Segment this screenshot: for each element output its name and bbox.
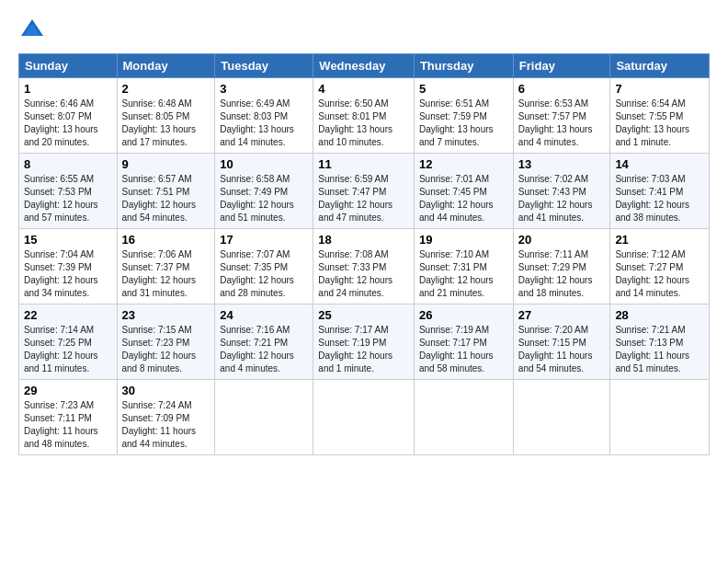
empty-cell [215, 380, 313, 455]
weekday-header-thursday: Thursday [414, 54, 513, 78]
day-cell-24: 24 Sunrise: 7:16 AMSunset: 7:21 PMDaylig… [215, 304, 313, 380]
day-info: Sunrise: 7:15 AMSunset: 7:23 PMDaylight:… [122, 325, 197, 373]
day-info: Sunrise: 7:06 AMSunset: 7:37 PMDaylight:… [122, 249, 197, 298]
page: SundayMondayTuesdayWednesdayThursdayFrid… [0, 0, 728, 465]
day-cell-5: 5 Sunrise: 6:51 AMSunset: 7:59 PMDayligh… [414, 78, 513, 154]
day-cell-25: 25 Sunrise: 7:17 AMSunset: 7:19 PMDaylig… [313, 304, 415, 380]
day-info: Sunrise: 6:53 AMSunset: 7:57 PMDaylight:… [518, 98, 593, 147]
day-cell-8: 8 Sunrise: 6:55 AMSunset: 7:53 PMDayligh… [19, 154, 118, 229]
day-info: Sunrise: 7:11 AMSunset: 7:29 PMDaylight:… [518, 249, 593, 298]
day-info: Sunrise: 6:54 AMSunset: 7:55 PMDaylight:… [615, 98, 689, 147]
day-info: Sunrise: 6:48 AMSunset: 8:05 PMDaylight:… [122, 98, 197, 147]
day-cell-29: 29 Sunrise: 7:23 AMSunset: 7:11 PMDaylig… [19, 380, 118, 455]
day-info: Sunrise: 6:49 AMSunset: 8:03 PMDaylight:… [220, 98, 294, 147]
day-number: 20 [518, 233, 606, 247]
day-number: 27 [518, 308, 606, 322]
day-cell-22: 22 Sunrise: 7:14 AMSunset: 7:25 PMDaylig… [19, 304, 118, 380]
day-info: Sunrise: 7:24 AMSunset: 7:09 PMDaylight:… [122, 400, 197, 449]
day-cell-18: 18 Sunrise: 7:08 AMSunset: 7:33 PMDaylig… [313, 229, 415, 304]
day-number: 16 [122, 233, 210, 247]
weekday-header-friday: Friday [513, 54, 610, 78]
day-info: Sunrise: 6:57 AMSunset: 7:51 PMDaylight:… [122, 174, 197, 223]
day-number: 23 [122, 308, 210, 322]
day-cell-26: 26 Sunrise: 7:19 AMSunset: 7:17 PMDaylig… [414, 304, 513, 380]
logo-icon [18, 17, 46, 44]
day-info: Sunrise: 7:02 AMSunset: 7:43 PMDaylight:… [518, 174, 593, 223]
day-info: Sunrise: 7:17 AMSunset: 7:19 PMDaylight:… [318, 325, 392, 373]
day-info: Sunrise: 7:19 AMSunset: 7:17 PMDaylight:… [419, 325, 494, 373]
week-row-2: 8 Sunrise: 6:55 AMSunset: 7:53 PMDayligh… [19, 154, 710, 229]
day-number: 7 [615, 82, 704, 96]
day-info: Sunrise: 7:01 AMSunset: 7:45 PMDaylight:… [419, 174, 494, 223]
day-info: Sunrise: 6:50 AMSunset: 8:01 PMDaylight:… [318, 98, 392, 147]
day-number: 22 [24, 308, 112, 322]
day-cell-12: 12 Sunrise: 7:01 AMSunset: 7:45 PMDaylig… [414, 154, 513, 229]
day-cell-27: 27 Sunrise: 7:20 AMSunset: 7:15 PMDaylig… [513, 304, 610, 380]
empty-cell [513, 380, 610, 455]
logo [18, 17, 51, 44]
day-number: 29 [24, 384, 112, 397]
day-number: 8 [24, 157, 112, 171]
day-number: 25 [318, 308, 409, 322]
day-number: 13 [518, 157, 606, 171]
weekday-header-saturday: Saturday [610, 54, 710, 78]
day-cell-16: 16 Sunrise: 7:06 AMSunset: 7:37 PMDaylig… [117, 229, 215, 304]
day-cell-21: 21 Sunrise: 7:12 AMSunset: 7:27 PMDaylig… [610, 229, 710, 304]
day-info: Sunrise: 7:16 AMSunset: 7:21 PMDaylight:… [220, 325, 294, 373]
day-info: Sunrise: 7:08 AMSunset: 7:33 PMDaylight:… [318, 249, 392, 298]
day-number: 5 [419, 82, 508, 96]
week-row-4: 22 Sunrise: 7:14 AMSunset: 7:25 PMDaylig… [19, 304, 710, 380]
day-cell-20: 20 Sunrise: 7:11 AMSunset: 7:29 PMDaylig… [513, 229, 610, 304]
day-number: 24 [220, 308, 308, 322]
day-cell-6: 6 Sunrise: 6:53 AMSunset: 7:57 PMDayligh… [513, 78, 610, 154]
day-info: Sunrise: 6:46 AMSunset: 8:07 PMDaylight:… [24, 98, 98, 147]
day-cell-2: 2 Sunrise: 6:48 AMSunset: 8:05 PMDayligh… [117, 78, 215, 154]
day-cell-30: 30 Sunrise: 7:24 AMSunset: 7:09 PMDaylig… [117, 380, 215, 455]
day-number: 11 [318, 157, 409, 171]
week-row-1: 1 Sunrise: 6:46 AMSunset: 8:07 PMDayligh… [19, 78, 710, 154]
week-row-3: 15 Sunrise: 7:04 AMSunset: 7:39 PMDaylig… [19, 229, 710, 304]
empty-cell [610, 380, 710, 455]
day-info: Sunrise: 7:07 AMSunset: 7:35 PMDaylight:… [220, 249, 294, 298]
day-number: 15 [24, 233, 112, 247]
day-cell-11: 11 Sunrise: 6:59 AMSunset: 7:47 PMDaylig… [313, 154, 415, 229]
calendar-table: SundayMondayTuesdayWednesdayThursdayFrid… [18, 53, 710, 455]
day-cell-4: 4 Sunrise: 6:50 AMSunset: 8:01 PMDayligh… [313, 78, 415, 154]
day-cell-7: 7 Sunrise: 6:54 AMSunset: 7:55 PMDayligh… [610, 78, 710, 154]
day-info: Sunrise: 7:03 AMSunset: 7:41 PMDaylight:… [615, 174, 689, 223]
empty-cell [414, 380, 513, 455]
day-number: 1 [24, 82, 112, 96]
day-info: Sunrise: 7:21 AMSunset: 7:13 PMDaylight:… [615, 325, 689, 373]
day-cell-10: 10 Sunrise: 6:58 AMSunset: 7:49 PMDaylig… [215, 154, 313, 229]
day-number: 30 [122, 384, 210, 397]
day-info: Sunrise: 7:10 AMSunset: 7:31 PMDaylight:… [419, 249, 494, 298]
weekday-header-monday: Monday [117, 54, 215, 78]
day-number: 21 [615, 233, 704, 247]
empty-cell [313, 380, 415, 455]
day-info: Sunrise: 7:20 AMSunset: 7:15 PMDaylight:… [518, 325, 593, 373]
day-number: 28 [615, 308, 704, 322]
day-cell-17: 17 Sunrise: 7:07 AMSunset: 7:35 PMDaylig… [215, 229, 313, 304]
day-cell-1: 1 Sunrise: 6:46 AMSunset: 8:07 PMDayligh… [19, 78, 118, 154]
day-number: 3 [220, 82, 308, 96]
day-number: 9 [122, 157, 210, 171]
day-number: 19 [419, 233, 508, 247]
day-info: Sunrise: 7:23 AMSunset: 7:11 PMDaylight:… [24, 400, 98, 449]
day-number: 4 [318, 82, 409, 96]
day-info: Sunrise: 6:51 AMSunset: 7:59 PMDaylight:… [419, 98, 494, 147]
day-cell-19: 19 Sunrise: 7:10 AMSunset: 7:31 PMDaylig… [414, 229, 513, 304]
day-cell-9: 9 Sunrise: 6:57 AMSunset: 7:51 PMDayligh… [117, 154, 215, 229]
day-info: Sunrise: 6:58 AMSunset: 7:49 PMDaylight:… [220, 174, 294, 223]
day-number: 14 [615, 157, 704, 171]
day-cell-13: 13 Sunrise: 7:02 AMSunset: 7:43 PMDaylig… [513, 154, 610, 229]
day-number: 6 [518, 82, 606, 96]
day-number: 12 [419, 157, 508, 171]
day-info: Sunrise: 6:59 AMSunset: 7:47 PMDaylight:… [318, 174, 392, 223]
day-info: Sunrise: 7:04 AMSunset: 7:39 PMDaylight:… [24, 249, 98, 298]
day-number: 2 [122, 82, 210, 96]
day-cell-14: 14 Sunrise: 7:03 AMSunset: 7:41 PMDaylig… [610, 154, 710, 229]
header-row: SundayMondayTuesdayWednesdayThursdayFrid… [19, 54, 710, 78]
day-cell-28: 28 Sunrise: 7:21 AMSunset: 7:13 PMDaylig… [610, 304, 710, 380]
weekday-header-wednesday: Wednesday [313, 54, 415, 78]
header [18, 17, 710, 44]
